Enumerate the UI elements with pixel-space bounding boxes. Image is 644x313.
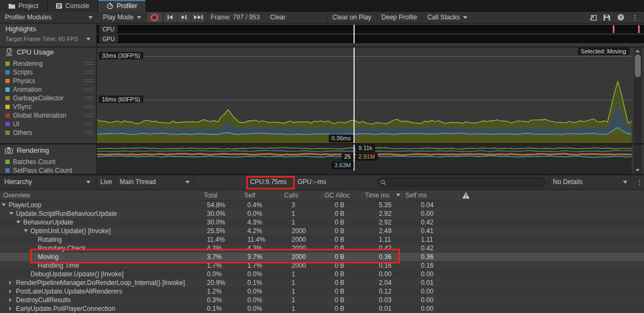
clear-on-play-toggle[interactable]: Clear on Play	[328, 12, 376, 23]
tab-console[interactable]: Console	[47, 0, 98, 12]
drag-handle-icon[interactable]	[84, 97, 93, 100]
legend-item[interactable]: Animation	[0, 85, 96, 94]
cell-selfms: 0.00	[421, 296, 433, 304]
scroll-up-icon[interactable]	[635, 50, 640, 52]
warning-icon[interactable]	[462, 192, 470, 199]
collapse-arrow-icon[interactable]	[16, 221, 20, 223]
scrollbar-thumb[interactable]	[635, 55, 641, 77]
table-row[interactable]: DebugUpdater.Update() [Invoke]0.0%0.0%10…	[0, 270, 644, 278]
drag-handle-icon[interactable]	[84, 71, 93, 74]
collapse-arrow-icon[interactable]	[9, 212, 13, 215]
thread-dropdown[interactable]: Main Thread	[120, 178, 156, 186]
column-total[interactable]: Total	[204, 192, 217, 199]
legend-item[interactable]: Scripts	[0, 68, 96, 77]
expand-arrow-icon[interactable]	[9, 307, 12, 311]
drag-handle-icon[interactable]	[84, 123, 93, 126]
legend-item[interactable]: Physics	[0, 77, 96, 85]
call-stacks-dropdown[interactable]: Call Stacks	[423, 12, 472, 23]
table-row[interactable]: Rotating11.4%11.4%20000 B1.111.11	[0, 235, 644, 244]
unity-profiler-window: Project Console Profiler Profiler Module…	[0, 0, 644, 313]
next-frame-button[interactable]	[178, 12, 191, 22]
save-profile-button[interactable]	[601, 12, 613, 22]
table-row[interactable]: PlayerLoop54.8%0.4%30 B5.350.04	[0, 201, 644, 209]
search-input[interactable]	[377, 177, 546, 187]
legend-item[interactable]: Others	[0, 128, 96, 137]
tab-project[interactable]: Project	[0, 0, 47, 12]
table-row[interactable]: DestroyCullResults0.3%0.0%10 B0.030.00	[0, 296, 644, 304]
chevron-down-icon[interactable]	[185, 181, 190, 183]
expand-arrow-icon[interactable]	[9, 298, 12, 302]
context-menu-button[interactable]: ⋮	[629, 12, 641, 22]
cell-calls: 2000	[292, 236, 306, 243]
cell-selfms: 1.11	[421, 236, 433, 243]
collapse-arrow-icon[interactable]	[2, 203, 6, 206]
legend-item[interactable]: GarbageCollector	[0, 94, 96, 103]
cell-self: 0.4%	[247, 201, 262, 209]
drag-handle-icon[interactable]	[84, 88, 93, 91]
table-row[interactable]: Update.ScriptRunBehaviourUpdate30.0%0.0%…	[0, 209, 644, 218]
record-button[interactable]	[148, 12, 162, 22]
legend-item[interactable]: Global Illumination	[0, 111, 96, 120]
divider	[631, 175, 631, 189]
folder-icon	[9, 3, 15, 9]
chevron-down-icon[interactable]	[86, 38, 91, 40]
chevron-down-icon[interactable]	[623, 181, 627, 183]
column-overview[interactable]: Overview	[3, 192, 30, 199]
help-button[interactable]: ?	[615, 12, 627, 22]
details-dropdown[interactable]: No Details	[553, 178, 583, 186]
table-row[interactable]: RenderPipelineManager.DoRenderLoop_Inter…	[0, 278, 644, 287]
drag-handle-icon[interactable]	[84, 79, 93, 83]
profiler-gauge-icon	[107, 3, 113, 9]
table-row[interactable]: EarlyUpdate.PollPlayerConnection0.1%0.0%…	[0, 304, 644, 313]
cpu-module-icon: CPU	[5, 48, 13, 56]
legend-item[interactable]: Rendering	[0, 59, 96, 68]
clear-button[interactable]: Clear	[265, 12, 290, 23]
cpu-usage-chart[interactable]	[97, 47, 632, 143]
cell-time: 0.03	[379, 296, 391, 304]
highlights-gpu-strip[interactable]: GPU	[97, 35, 644, 43]
scroll-down-icon[interactable]	[635, 169, 640, 172]
drag-handle-icon[interactable]	[84, 105, 93, 108]
table-row[interactable]: Boundary Check4.3%4.3%20000 B0.420.42	[0, 244, 644, 253]
tab-profiler[interactable]: Profiler	[98, 0, 146, 12]
rendering-line	[97, 81, 632, 124]
column-self[interactable]: Self	[244, 192, 255, 199]
legend-item[interactable]: Batches Count	[0, 158, 96, 166]
highlights-cpu-strip[interactable]: CPU	[97, 25, 644, 33]
legend-item[interactable]: UI	[0, 120, 96, 128]
frame-playhead	[354, 145, 355, 171]
legend-item[interactable]: VSync	[0, 103, 96, 111]
series-color-swatch	[5, 131, 10, 135]
load-profile-button[interactable]	[587, 12, 599, 22]
table-row[interactable]: PostLateUpdate.UpdateAllRenderers1.2%0.0…	[0, 287, 644, 296]
cell-self: 0.0%	[247, 305, 262, 312]
column-gc-alloc[interactable]: GC Alloc	[324, 192, 350, 199]
collapse-arrow-icon[interactable]	[24, 229, 28, 232]
column-calls[interactable]: Calls	[284, 192, 299, 199]
expand-arrow-icon[interactable]	[9, 281, 12, 285]
drag-handle-icon[interactable]	[84, 114, 93, 117]
table-row[interactable]: Handling Time1.7%1.7%20000 B0.160.16	[0, 261, 644, 270]
series-color-swatch	[5, 70, 10, 74]
column-time-ms[interactable]: Time ms	[365, 192, 390, 199]
cell-calls: 2000	[292, 262, 306, 269]
view-mode-dropdown[interactable]: Hierarchy	[4, 178, 32, 186]
chart-scrollbar[interactable]	[634, 47, 642, 174]
drag-handle-icon[interactable]	[84, 62, 93, 65]
profiler-modules-dropdown[interactable]: Profiler Modules	[0, 12, 98, 23]
live-toggle[interactable]: Live	[100, 178, 112, 186]
current-frame-button[interactable]	[192, 12, 205, 22]
column-self-ms[interactable]: Self ms	[405, 192, 427, 199]
expand-arrow-icon[interactable]	[9, 289, 12, 294]
table-row[interactable]: OptimUnit.Update() [Invoke]25.5%4.2%2000…	[0, 227, 644, 235]
table-row[interactable]: BehaviourUpdate30.0%4.3%10 B2.920.42	[0, 218, 644, 227]
cell-time: 2.92	[379, 219, 391, 226]
kebab-icon[interactable]: ⋮	[636, 178, 643, 186]
drag-handle-icon[interactable]	[84, 131, 93, 134]
table-row[interactable]: Moving3.7%3.7%20000 B0.360.36	[0, 253, 644, 261]
deep-profile-toggle[interactable]: Deep Profile	[377, 12, 422, 23]
first-frame-button[interactable]	[164, 12, 177, 22]
cell-self: 0.0%	[247, 296, 262, 304]
chevron-down-icon[interactable]	[86, 181, 91, 183]
play-mode-dropdown[interactable]: Play Mode	[98, 12, 146, 23]
